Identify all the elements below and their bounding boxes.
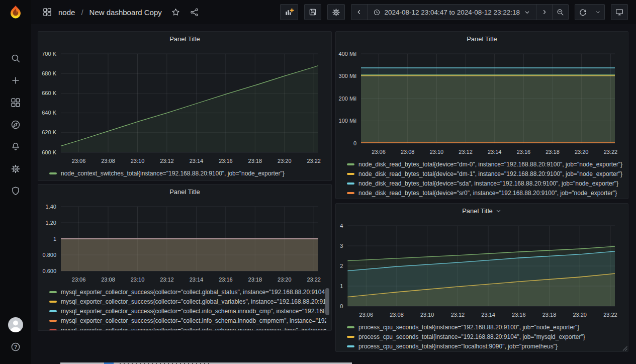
legend-item[interactable]: node_context_switches_total{instance="19… xyxy=(49,168,326,178)
dashboard-settings-button[interactable] xyxy=(327,4,345,20)
panel-process-cpu-seconds: Panel Title 23:0623:0823:1023:1223:1423:… xyxy=(335,203,628,352)
svg-text:23:06: 23:06 xyxy=(372,149,386,155)
apps-grid-icon xyxy=(42,7,52,17)
legend-item[interactable]: process_cpu_seconds_total{instance="192.… xyxy=(347,332,623,341)
panel-title[interactable]: Panel Title xyxy=(38,185,331,199)
time-series-chart[interactable]: 23:0623:0823:1023:1223:1423:1623:1823:20… xyxy=(38,199,331,286)
time-range-forward-button[interactable] xyxy=(536,4,553,20)
panel-title-text: Panel Title xyxy=(467,35,497,43)
time-range-label: 2024-08-12 23:04:47 to 2024-08-12 23:22:… xyxy=(385,9,520,16)
search-icon xyxy=(10,53,21,64)
svg-text:680 K: 680 K xyxy=(42,70,56,76)
zoom-out-button[interactable] xyxy=(552,4,569,20)
chevron-down-icon xyxy=(595,9,601,15)
legend-item[interactable]: process_cpu_seconds_total{instance="loca… xyxy=(347,341,623,351)
legend-item[interactable]: node_disk_read_bytes_total{device="sr0",… xyxy=(347,188,623,198)
sidebar-item-alerting[interactable] xyxy=(0,136,31,158)
svg-text:2: 2 xyxy=(340,263,343,269)
legend-label: process_cpu_seconds_total{instance="loca… xyxy=(358,343,558,350)
sidebar-item-server-admin[interactable] xyxy=(0,180,31,202)
sidebar: ? xyxy=(0,0,31,364)
time-series-chart[interactable]: 23:0623:0823:1023:1223:1423:1623:1823:20… xyxy=(336,46,628,158)
dashboard-grid: Panel Title 23:0623:0823:1023:1223:1423:… xyxy=(31,24,636,364)
time-series-chart[interactable]: 23:0623:0823:1023:1223:1423:1623:1823:20… xyxy=(38,46,331,167)
legend-label: node_disk_read_bytes_total{device="dm-0"… xyxy=(358,161,622,168)
svg-text:23:18: 23:18 xyxy=(248,158,262,164)
shield-icon xyxy=(10,186,21,197)
svg-text:23:16: 23:16 xyxy=(517,149,531,155)
svg-text:?: ? xyxy=(14,344,17,350)
legend-item[interactable]: mysql_exporter_collector_success{collect… xyxy=(49,297,326,306)
panel-mysql-collector-success: Panel Title 23:0623:0823:1023:1223:1423:… xyxy=(38,184,332,331)
panel-menu-chevron-icon xyxy=(495,208,502,214)
panel-title[interactable]: Panel Title xyxy=(336,32,628,46)
refresh-button[interactable] xyxy=(575,4,591,20)
svg-text:640 K: 640 K xyxy=(42,110,56,116)
legend-item[interactable]: node_disk_read_bytes_total{device="dm-0"… xyxy=(347,159,623,169)
sidebar-item-create[interactable] xyxy=(0,69,31,92)
legend-item[interactable]: node_disk_read_bytes_total{device="dm-1"… xyxy=(347,169,623,178)
compass-icon xyxy=(10,119,21,130)
svg-text:620 K: 620 K xyxy=(42,129,56,135)
legend-item[interactable]: mysql_exporter_collector_success{collect… xyxy=(49,325,326,330)
legend-item[interactable]: node_disk_read_bytes_total{device="sda",… xyxy=(347,178,623,188)
legend: node_context_switches_total{instance="19… xyxy=(38,167,331,180)
legend-scrollbar-thumb[interactable] xyxy=(325,288,329,315)
svg-text:23:10: 23:10 xyxy=(131,158,145,164)
legend-item[interactable]: process_cpu_seconds_total{instance="192.… xyxy=(347,322,623,332)
sidebar-item-help[interactable]: ? xyxy=(0,336,31,358)
legend-item[interactable]: mysql_exporter_collector_success{collect… xyxy=(49,306,326,316)
top-header: node / New dashboard Copy xyxy=(31,0,636,24)
legend-swatch xyxy=(347,173,354,175)
time-range-picker[interactable]: 2024-08-12 23:04:47 to 2024-08-12 23:22:… xyxy=(367,4,536,20)
panel-title[interactable]: Panel Title xyxy=(336,204,628,218)
star-dashboard-button[interactable] xyxy=(171,8,180,17)
time-range-back-button[interactable] xyxy=(351,4,368,20)
panel-resize-handle[interactable] xyxy=(622,345,627,351)
svg-text:23:06: 23:06 xyxy=(72,158,86,164)
svg-text:700 K: 700 K xyxy=(42,51,56,57)
cycle-view-mode-button[interactable] xyxy=(611,4,628,20)
svg-text:23:08: 23:08 xyxy=(401,149,415,155)
legend-label: mysql_exporter_collector_success{collect… xyxy=(61,289,325,296)
sidebar-item-configuration[interactable] xyxy=(0,158,31,180)
legend-swatch xyxy=(49,310,57,312)
legend-item[interactable]: mysql_exporter_collector_success{collect… xyxy=(49,316,326,325)
sidebar-item-explore[interactable] xyxy=(0,114,31,136)
svg-text:23:12: 23:12 xyxy=(459,149,473,155)
svg-text:23:20: 23:20 xyxy=(278,277,292,283)
panel-title[interactable]: Panel Title xyxy=(38,32,331,46)
svg-text:0: 0 xyxy=(353,140,356,146)
panel-node-context-switches: Panel Title 23:0623:0823:1023:1223:1423:… xyxy=(38,31,332,181)
user-avatar[interactable] xyxy=(0,314,31,336)
refresh-interval-dropdown[interactable] xyxy=(591,4,605,20)
chevron-left-icon xyxy=(355,9,362,16)
svg-text:23:12: 23:12 xyxy=(451,312,465,318)
svg-text:0: 0 xyxy=(340,303,343,309)
legend-swatch xyxy=(49,301,57,303)
sidebar-item-dashboards[interactable] xyxy=(0,92,31,114)
legend-label: node_disk_read_bytes_total{device="sda",… xyxy=(358,180,618,187)
share-dashboard-button[interactable] xyxy=(190,8,199,17)
svg-text:23:16: 23:16 xyxy=(219,158,233,164)
svg-text:23:10: 23:10 xyxy=(430,149,444,155)
breadcrumb-folder[interactable]: node xyxy=(58,8,75,17)
legend-label: mysql_exporter_collector_success{collect… xyxy=(61,327,326,331)
svg-text:23:20: 23:20 xyxy=(278,158,292,164)
svg-text:23:22: 23:22 xyxy=(307,158,321,164)
grafana-logo[interactable] xyxy=(0,0,31,24)
legend-item[interactable]: mysql_exporter_collector_success{collect… xyxy=(49,287,326,297)
dashboard-title[interactable]: New dashboard Copy xyxy=(89,8,162,17)
legend-label: node_disk_read_bytes_total{device="dm-1"… xyxy=(358,170,622,177)
panel-node-disk-read-bytes: Panel Title 23:0623:0823:1023:1223:1423:… xyxy=(335,31,628,199)
time-range-controls: 2024-08-12 23:04:47 to 2024-08-12 23:22:… xyxy=(351,4,569,20)
legend: mysql_exporter_collector_success{collect… xyxy=(38,286,331,330)
sidebar-item-search[interactable] xyxy=(0,47,31,69)
svg-text:23:18: 23:18 xyxy=(542,312,557,318)
panel-title-text: Panel Title xyxy=(169,35,200,43)
legend-swatch xyxy=(49,291,57,293)
save-dashboard-button[interactable] xyxy=(304,4,321,20)
add-panel-button[interactable] xyxy=(280,4,298,20)
time-series-chart[interactable]: 23:0623:0823:1023:1223:1423:1623:1823:20… xyxy=(336,218,628,321)
svg-text:23:10: 23:10 xyxy=(131,277,145,283)
